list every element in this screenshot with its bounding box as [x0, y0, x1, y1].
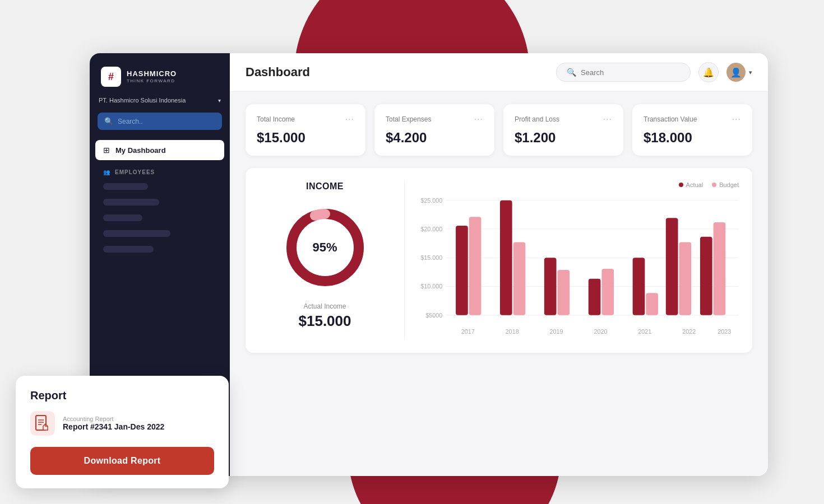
stat-menu-income[interactable]: ··· — [345, 114, 354, 124]
dashboard-body: Total Income ··· $15.000 Total Expenses … — [230, 92, 768, 476]
sidebar-search[interactable]: 🔍 — [98, 113, 222, 130]
svg-rect-14 — [469, 217, 482, 315]
header-right: 🔍 🔔 👤 ▾ — [556, 62, 752, 82]
legend-budget-dot — [712, 183, 716, 187]
brand-name: HASHMICRO — [127, 70, 177, 78]
income-left: INCOME 95% — [259, 181, 405, 339]
stat-cards: Total Income ··· $15.000 Total Expenses … — [246, 104, 752, 156]
dashboard-icon: ⊞ — [103, 146, 110, 155]
company-selector[interactable]: PT. Hashmicro Solusi Indonesia ▾ — [99, 97, 221, 104]
nav-skeleton-3 — [103, 214, 142, 221]
stat-menu-profit[interactable]: ··· — [603, 114, 612, 124]
stat-title-income: Total Income — [257, 115, 295, 123]
stat-title-profit: Profit and Loss — [515, 115, 559, 123]
report-card-title: Report — [30, 389, 214, 402]
svg-text:$10.000: $10.000 — [420, 283, 442, 290]
stat-card-transaction: Transaction Value ··· $18.000 — [632, 104, 752, 156]
main-content: Dashboard 🔍 🔔 👤 ▾ Total Income — [230, 53, 768, 476]
chevron-down-icon: ▾ — [218, 97, 221, 104]
user-avatar-button[interactable]: 👤 ▾ — [726, 63, 752, 82]
svg-text:2023: 2023 — [717, 328, 731, 335]
nav-skeleton-2 — [103, 199, 159, 206]
notification-button[interactable]: 🔔 — [698, 62, 719, 82]
svg-rect-17 — [544, 258, 557, 315]
stat-card-income: Total Income ··· $15.000 — [246, 104, 365, 156]
sidebar-item-dashboard[interactable]: ⊞ My Dashboard — [95, 140, 224, 160]
svg-text:2019: 2019 — [550, 328, 563, 335]
svg-text:$25.000: $25.000 — [420, 197, 442, 204]
download-report-button[interactable]: Download Report — [30, 447, 214, 475]
svg-rect-21 — [633, 258, 645, 315]
svg-text:$5000: $5000 — [425, 312, 442, 319]
nav-skeleton-1 — [103, 183, 148, 190]
avatar: 👤 — [726, 63, 746, 82]
stat-value-profit: $1.200 — [515, 130, 612, 146]
svg-text:$15.000: $15.000 — [420, 254, 442, 261]
legend-actual: Actual — [679, 181, 703, 188]
svg-rect-18 — [558, 270, 570, 315]
svg-rect-23 — [666, 218, 678, 315]
search-input[interactable] — [581, 68, 680, 77]
legend-actual-dot — [679, 183, 683, 187]
income-right: Actual Budget — [405, 181, 739, 339]
actual-income-value: $15.000 — [299, 312, 351, 330]
svg-rect-15 — [500, 200, 512, 315]
svg-text:$20.000: $20.000 — [420, 226, 442, 232]
stat-card-profit: Profit and Loss ··· $1.200 — [503, 104, 623, 156]
income-section: INCOME 95% — [246, 168, 752, 353]
header: Dashboard 🔍 🔔 👤 ▾ — [230, 53, 768, 92]
svg-rect-25 — [700, 237, 712, 315]
bar-chart-legend: Actual Budget — [418, 181, 739, 188]
report-card: Report Accounting Report Report #2341 Ja… — [16, 376, 229, 488]
svg-rect-13 — [456, 226, 468, 315]
stat-value-income: $15.000 — [257, 130, 354, 146]
employees-icon: 👥 — [103, 169, 110, 175]
sidebar-logo: # HASHMICRO THINK FORWARD — [90, 53, 230, 97]
search-bar[interactable]: 🔍 — [556, 63, 691, 82]
report-item-title: Report #2341 Jan-Des 2022 — [63, 422, 164, 431]
svg-text:2017: 2017 — [461, 328, 475, 335]
svg-rect-26 — [714, 222, 726, 315]
report-item-text: Accounting Report Report #2341 Jan-Des 2… — [63, 416, 164, 431]
search-bar-icon: 🔍 — [567, 68, 576, 77]
svg-rect-16 — [513, 242, 526, 315]
income-chart-title: INCOME — [306, 181, 344, 192]
sidebar-item-label: My Dashboard — [115, 146, 166, 155]
svg-rect-22 — [646, 293, 658, 315]
stat-value-transaction: $18.000 — [644, 130, 741, 146]
svg-rect-20 — [601, 269, 614, 315]
svg-text:2022: 2022 — [682, 328, 696, 335]
svg-text:2018: 2018 — [506, 328, 519, 335]
page-title: Dashboard — [246, 65, 310, 80]
logo-icon: # — [101, 67, 121, 87]
nav-section-employees: 👥 EMPLOYEES — [90, 161, 230, 179]
bar-chart: $25.000 $20.000 $15.000 $10.000 $5000 — [418, 194, 739, 339]
stat-menu-expenses[interactable]: ··· — [474, 114, 483, 124]
report-subtitle: Accounting Report — [63, 416, 164, 422]
donut-chart: 95% — [280, 203, 370, 292]
svg-rect-19 — [589, 279, 601, 315]
search-icon: 🔍 — [104, 117, 113, 125]
stat-card-expenses: Total Expenses ··· $4.200 — [374, 104, 494, 156]
chevron-down-icon: ▾ — [749, 69, 752, 76]
actual-income-label: Actual Income — [303, 302, 346, 310]
stat-menu-transaction[interactable]: ··· — [732, 114, 741, 124]
stat-title-transaction: Transaction Value — [644, 115, 697, 123]
stat-title-expenses: Total Expenses — [386, 115, 431, 123]
legend-budget: Budget — [712, 181, 739, 188]
svg-text:2020: 2020 — [594, 328, 607, 335]
report-file-icon — [30, 411, 55, 436]
svg-text:2021: 2021 — [638, 328, 651, 335]
logo-text: HASHMICRO THINK FORWARD — [127, 70, 177, 83]
stat-value-expenses: $4.200 — [386, 130, 483, 146]
donut-center: 95% — [312, 240, 337, 255]
company-name: PT. Hashmicro Solusi Indonesia — [99, 97, 186, 104]
nav-skeleton-5 — [103, 246, 154, 253]
report-item: Accounting Report Report #2341 Jan-Des 2… — [30, 411, 214, 436]
brand-tagline: THINK FORWARD — [127, 78, 177, 83]
donut-percent-value: 95% — [312, 240, 337, 254]
sidebar-search-input[interactable] — [118, 118, 215, 125]
svg-rect-24 — [679, 242, 691, 315]
nav-skeleton-4 — [103, 230, 170, 237]
